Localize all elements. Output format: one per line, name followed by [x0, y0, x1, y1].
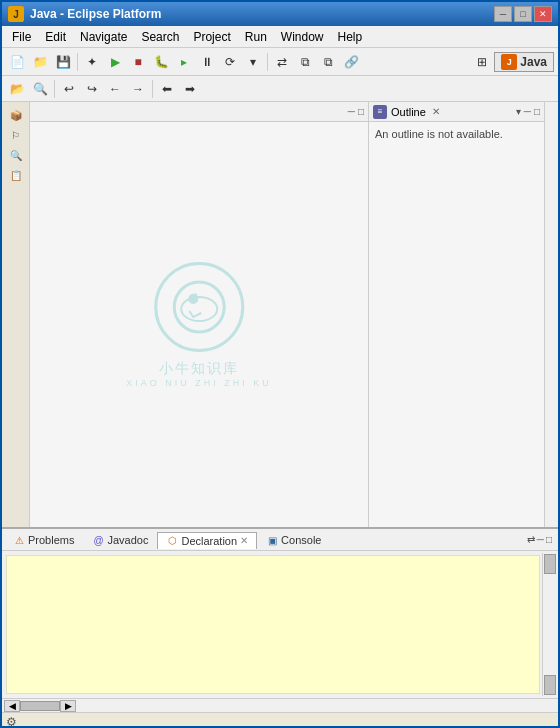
scroll-right-button[interactable]: ▶	[60, 700, 76, 712]
scroll-left-button[interactable]: ◀	[4, 700, 20, 712]
run2-button[interactable]: ▸	[173, 51, 195, 73]
outline-minimize-button[interactable]: ─	[524, 106, 531, 117]
bottom-content-wrapper	[4, 553, 556, 696]
prev-edit-button[interactable]: ←	[104, 78, 126, 100]
tab-declaration[interactable]: ⬡ Declaration ✕	[157, 532, 257, 549]
debug-button[interactable]: 🐛	[150, 51, 172, 73]
editor-header-controls: ─ □	[348, 106, 364, 117]
save-button[interactable]: 💾	[52, 51, 74, 73]
bottom-sync-icon[interactable]: ⇄	[527, 534, 535, 545]
sync-button[interactable]: ⇄	[271, 51, 293, 73]
watermark-circle	[154, 262, 244, 352]
tab-problems[interactable]: ⚠ Problems	[4, 531, 83, 548]
status-icon: ⚙	[6, 715, 17, 729]
declaration-scrollbar[interactable]	[542, 553, 556, 696]
javadoc-icon: @	[92, 534, 104, 546]
stop-button[interactable]: ■	[127, 51, 149, 73]
outline-scrollbar[interactable]	[544, 102, 558, 527]
close-declaration-tab-icon[interactable]: ✕	[240, 535, 248, 546]
outline-panel-icon: ≡	[373, 105, 387, 119]
outline-maximize-button[interactable]: □	[534, 106, 540, 117]
menu-run[interactable]: Run	[239, 28, 273, 46]
scrollbar-thumb-top[interactable]	[544, 554, 556, 574]
pause-button[interactable]: ⏸	[196, 51, 218, 73]
title-bar-left: J Java - Eclipse Platform	[8, 6, 161, 22]
hierarchy-icon[interactable]: ⚐	[7, 126, 25, 144]
menu-edit[interactable]: Edit	[39, 28, 72, 46]
horiz-scrollbar-thumb[interactable]	[20, 701, 60, 711]
bottom-maximize-button[interactable]: □	[546, 534, 552, 545]
main-area: 📦 ⚐ 🔍 📋 ─ □	[2, 102, 558, 527]
tab-console[interactable]: ▣ Console	[257, 531, 330, 548]
scrapbook-icon[interactable]: 📋	[7, 166, 25, 184]
package-explorer-icon[interactable]: 📦	[7, 106, 25, 124]
link-button[interactable]: 🔗	[340, 51, 362, 73]
scrollbar-thumb-bottom[interactable]	[544, 675, 556, 695]
declaration-content[interactable]	[6, 555, 540, 694]
outline-title: ≡ Outline ✕	[373, 105, 440, 119]
separator-1	[77, 53, 78, 71]
redo-button[interactable]: ↪	[81, 78, 103, 100]
nav-fwd-button[interactable]: ➡	[179, 78, 201, 100]
menu-window[interactable]: Window	[275, 28, 330, 46]
watermark-pinyin: XIAO NIU ZHI ZHI KU	[126, 378, 272, 388]
tab-javadoc-label: Javadoc	[107, 534, 148, 546]
bottom-area: ⚠ Problems @ Javadoc ⬡ Declaration ✕ ▣ C…	[2, 527, 558, 712]
declaration-icon: ⬡	[166, 535, 178, 547]
outline-title-label: Outline	[391, 106, 426, 118]
undo-button[interactable]: ↩	[58, 78, 80, 100]
maximize-button[interactable]: □	[514, 6, 532, 22]
outline-header: ≡ Outline ✕ ▾ ─ □	[369, 102, 544, 122]
run-button[interactable]: ▶	[104, 51, 126, 73]
menu-project[interactable]: Project	[187, 28, 236, 46]
menu-search[interactable]: Search	[135, 28, 185, 46]
outline-content: An outline is not available.	[369, 122, 544, 527]
editor-panel: ─ □ 小牛知识库 XIAO NIU ZHI ZHI KU	[30, 102, 369, 527]
search-results-icon[interactable]: 🔍	[7, 146, 25, 164]
java-badge-icon: J	[501, 54, 517, 70]
tab-declaration-label: Declaration	[181, 535, 237, 547]
refresh-button[interactable]: ⟳	[219, 51, 241, 73]
sep3	[54, 80, 55, 98]
window-title: Java - Eclipse Platform	[30, 7, 161, 21]
close-outline-icon[interactable]: ✕	[432, 106, 440, 117]
close-button[interactable]: ✕	[534, 6, 552, 22]
prev-button[interactable]: ⧉	[294, 51, 316, 73]
nav-back-button[interactable]: ⬅	[156, 78, 178, 100]
new-button[interactable]: 📄	[6, 51, 28, 73]
java-perspective-badge[interactable]: J Java	[494, 52, 554, 72]
title-bar: J Java - Eclipse Platform ─ □ ✕	[2, 2, 558, 26]
svg-point-1	[181, 297, 217, 321]
open-button[interactable]: 📁	[29, 51, 51, 73]
next-button[interactable]: ⧉	[317, 51, 339, 73]
back-button[interactable]: 📂	[6, 78, 28, 100]
tab-javadoc[interactable]: @ Javadoc	[83, 531, 157, 548]
outline-view-menu-icon[interactable]: ▾	[516, 106, 521, 117]
minimize-button[interactable]: ─	[494, 6, 512, 22]
menu-file[interactable]: File	[6, 28, 37, 46]
java-badge-label: Java	[520, 55, 547, 69]
toolbar-secondary: 📂 🔍 ↩ ↪ ← → ⬅ ➡	[2, 76, 558, 102]
forward-button2[interactable]: 🔍	[29, 78, 51, 100]
menu-bar: File Edit Navigate Search Project Run Wi…	[2, 26, 558, 48]
outline-controls: ▾ ─ □	[516, 106, 540, 117]
run-ext-button[interactable]: ✦	[81, 51, 103, 73]
separator-2	[267, 53, 268, 71]
bottom-tabs: ⚠ Problems @ Javadoc ⬡ Declaration ✕ ▣ C…	[2, 529, 558, 551]
next-edit-button[interactable]: →	[127, 78, 149, 100]
editor-content[interactable]: 小牛知识库 XIAO NIU ZHI ZHI KU	[30, 122, 368, 527]
bottom-tab-controls: ⇄ ─ □	[527, 534, 556, 545]
status-bar: ⚙	[2, 712, 558, 728]
toolbar-primary: 📄 📁 💾 ✦ ▶ ■ 🐛 ▸ ⏸ ⟳ ▾ ⇄ ⧉ ⧉ 🔗 ⊞ J Java	[2, 48, 558, 76]
bottom-minimize-button[interactable]: ─	[537, 534, 544, 545]
bottom-horiz-scrollbar[interactable]: ◀ ▶	[2, 698, 558, 712]
menu-help[interactable]: Help	[332, 28, 369, 46]
watermark-svg	[169, 277, 229, 337]
console-icon: ▣	[266, 534, 278, 546]
perspective-button[interactable]: ⊞	[471, 51, 493, 73]
sep4	[152, 80, 153, 98]
arrow-btn[interactable]: ▾	[242, 51, 264, 73]
maximize-panel-button[interactable]: □	[358, 106, 364, 117]
minimize-panel-button[interactable]: ─	[348, 106, 355, 117]
menu-navigate[interactable]: Navigate	[74, 28, 133, 46]
